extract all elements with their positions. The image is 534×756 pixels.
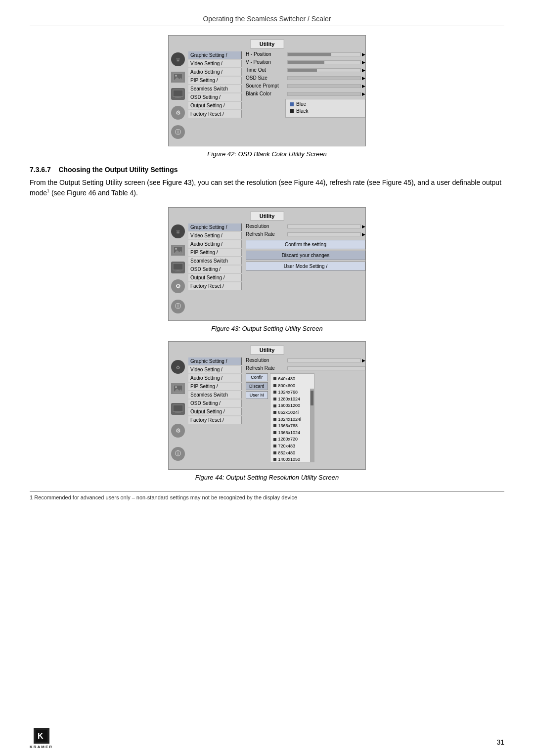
menu-item-factory-44[interactable]: Factory Reset / [188, 416, 242, 424]
res-800x600: 800x600 [273, 383, 311, 389]
figure-43-container: Utility ☼ ⚙ ⓘ Graphic Setting / Video Se… [30, 207, 504, 332]
icon-sun-43: ☼ [171, 224, 185, 238]
menu-item-seamless-44[interactable]: Seamless Switch [188, 391, 242, 399]
figure-44-caption: Figure 44: Output Setting Resolution Uti… [195, 474, 339, 481]
res-1366x768: 1366x768 [273, 423, 311, 429]
section-737: 7.3.6.7 Choosing the Output Utility Sett… [30, 166, 504, 198]
menu-item-factory-43[interactable]: Factory Reset / [188, 282, 242, 290]
utility-title-bar-42: Utility [250, 40, 284, 48]
footnote: 1 Recommended for advanced users only – … [30, 494, 504, 500]
menu-item-pip-44[interactable]: PIP Setting / [188, 383, 242, 390]
res-1280x1024: 1280x1024 [273, 396, 311, 402]
icon-monitor-43 [171, 262, 185, 273]
discard-btn-43[interactable]: Discard your changes [246, 251, 365, 260]
menu-item-audio-44[interactable]: Audio Setting / [188, 374, 242, 382]
res-1600x1200: 1600x1200 [273, 402, 311, 409]
menu-item-osd-43[interactable]: OSD Setting / [188, 266, 242, 273]
confirm-btn-43[interactable]: Confirm the setting [246, 240, 365, 249]
svg-rect-16 [177, 411, 179, 412]
icon-img-42 [171, 72, 185, 83]
icon-gear-43: ⚙ [171, 279, 185, 293]
right-panel-43: Resolution ▶ Refresh Rate ▶ Confirm the … [242, 208, 365, 320]
page-header: Operating the Seamless Switcher / Scaler [30, 15, 504, 26]
svg-text:K: K [38, 732, 44, 740]
menu-item-audio-42[interactable]: Audio Setting / [188, 68, 242, 76]
svg-rect-11 [175, 271, 181, 271]
menu-43: Graphic Setting / Video Setting / Audio … [187, 208, 242, 320]
svg-rect-15 [173, 405, 183, 411]
menu-item-graphic-42[interactable]: Graphic Setting / [188, 51, 242, 59]
menu-item-factory-42[interactable]: Factory Reset / [188, 110, 242, 118]
usermode-btn-43[interactable]: User Mode Setting / [246, 262, 365, 271]
figure-44-container: Utility ☼ ⚙ ⓘ Graphic Setting / Video Se… [30, 341, 504, 481]
action-buttons-43: Confirm the setting Discard your changes… [246, 240, 365, 271]
svg-rect-3 [173, 90, 183, 96]
field-sourceprompt: Source Prompt ▶ [246, 83, 365, 89]
res-852x480: 852x480 [273, 450, 311, 456]
icon-monitor-42 [171, 88, 185, 100]
svg-point-13 [175, 386, 177, 388]
menu-item-video-44[interactable]: Video Setting / [188, 366, 242, 373]
page-container: Operating the Seamless Switcher / Scaler… [0, 0, 534, 756]
menu-item-video-42[interactable]: Video Setting / [188, 60, 242, 67]
menu-item-graphic-43[interactable]: Graphic Setting / [188, 223, 242, 231]
menu-item-graphic-44[interactable]: Graphic Setting / [188, 357, 242, 365]
res-852x1024i: 852x1024i [273, 409, 311, 416]
confir-btn-44[interactable]: Confir [246, 373, 268, 381]
svg-point-7 [175, 248, 177, 250]
osd-screen-43: Utility ☼ ⚙ ⓘ Graphic Setting / Video Se… [168, 207, 366, 321]
field-resolution-44: Resolution ▶ [246, 357, 365, 363]
menu-item-output-44[interactable]: Output Setting / [188, 408, 242, 415]
icon-sun-42: ☼ [171, 52, 185, 66]
osd-screen-44: Utility ☼ ⚙ ⓘ Graphic Setting / Video Se… [168, 341, 366, 470]
kramer-k-icon: K [34, 728, 49, 744]
menu-item-osd-44[interactable]: OSD Setting / [188, 400, 242, 407]
svg-rect-4 [177, 96, 179, 97]
svg-rect-5 [175, 97, 181, 98]
option-black: Black [290, 108, 361, 114]
field-osdsize: OSD Size ▶ [246, 75, 365, 81]
icon-monitor-44 [171, 403, 185, 415]
menu-item-output-43[interactable]: Output Setting / [188, 274, 242, 281]
page-header-text: Operating the Seamless Switcher / Scaler [203, 15, 331, 23]
icon-gear-44: ⚙ [171, 424, 185, 438]
footnote-text: Recommended for advanced users only – no… [34, 494, 297, 500]
menu-44: Graphic Setting / Video Setting / Audio … [187, 342, 242, 469]
userm-btn-44[interactable]: User M [246, 391, 268, 399]
icon-img-44 [171, 383, 185, 394]
res-1400x1050: 1400x1050 [273, 456, 311, 462]
svg-rect-10 [177, 270, 179, 271]
res-1365x1024: 1365x1024 [273, 430, 311, 436]
icon-sun-44: ☼ [171, 360, 185, 374]
left-icons-44: ☼ ⚙ ⓘ [169, 342, 187, 469]
field-vpos: V - Position ▶ [246, 59, 365, 65]
kramer-logo: K KRAMER [30, 728, 53, 749]
menu-item-pip-43[interactable]: PIP Setting / [188, 249, 242, 256]
menu-item-output-42[interactable]: Output Setting / [188, 102, 242, 109]
menu-item-pip-42[interactable]: PIP Setting / [188, 77, 242, 84]
icon-info-44: ⓘ [171, 447, 185, 461]
osd-screen-42: Utility ☼ ⚙ ⓘ Graphic Setting / Video Se… [168, 35, 366, 146]
menu-item-osd-42[interactable]: OSD Setting / [188, 93, 242, 101]
res-640x480: 640x480 [273, 376, 311, 382]
res-1024x768: 1024x768 [273, 389, 311, 396]
right-panel-42: H - Position ▶ V - Position ▶ Time Out ▶… [242, 36, 365, 146]
discard-btn-44[interactable]: Discard [246, 382, 268, 390]
field-blankcolor: Blank Color ▶ [246, 91, 365, 96]
kramer-brand-text: KRAMER [30, 745, 53, 749]
utility-title-bar-43: Utility [250, 212, 284, 221]
figure-42-caption: Figure 42: OSD Blank Color Utility Scree… [207, 150, 326, 158]
section-737-heading: 7.3.6.7 Choosing the Output Utility Sett… [30, 166, 504, 174]
res-720x483: 720x483 [273, 443, 311, 449]
icon-info-43: ⓘ [171, 300, 185, 313]
menu-item-video-43[interactable]: Video Setting / [188, 232, 242, 239]
section-737-body: From the Output Setting Utility screen (… [30, 178, 504, 198]
figure-43-caption: Figure 43: Output Setting Utility Screen [211, 325, 322, 332]
menu-item-seamless-42[interactable]: Seamless Switch [188, 85, 242, 92]
icon-img-43 [171, 245, 185, 256]
menu-item-seamless-43[interactable]: Seamless Switch [188, 257, 242, 265]
resolution-area-44: Confir Discard User M 640x480 800x600 10… [246, 373, 365, 462]
menu-item-audio-43[interactable]: Audio Setting / [188, 240, 242, 248]
footnote-number: 1 [30, 494, 33, 500]
page-number: 31 [496, 738, 504, 746]
